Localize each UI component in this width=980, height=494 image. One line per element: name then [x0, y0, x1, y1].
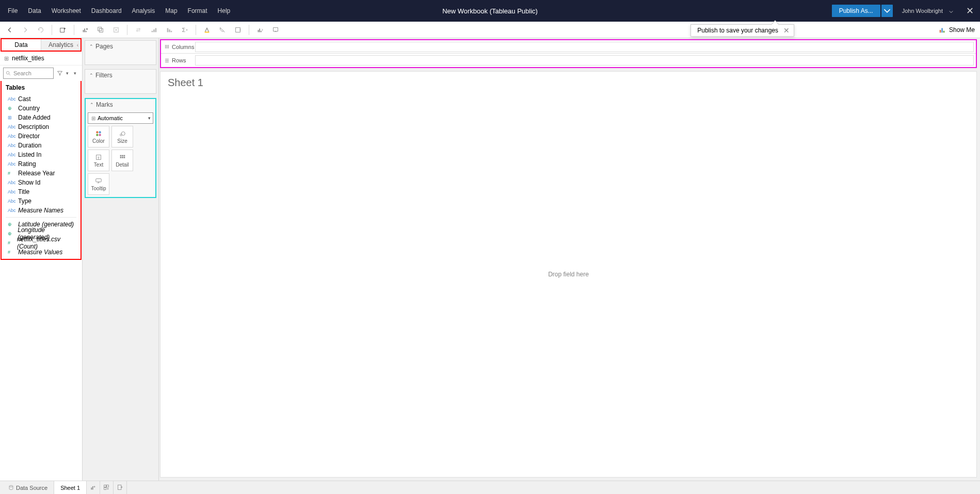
datasource-icon: ⊞: [4, 55, 9, 62]
field-label: Country: [18, 105, 40, 112]
field-cast[interactable]: AbcCast: [2, 94, 81, 104]
svg-rect-17: [259, 28, 260, 32]
svg-rect-3: [86, 30, 87, 32]
tab-data[interactable]: Data: [2, 39, 41, 51]
menu-analysis[interactable]: Analysis: [127, 0, 160, 22]
svg-rect-36: [122, 157, 123, 158]
datasource-item[interactable]: ⊞ netflix_titles: [0, 52, 82, 65]
close-button[interactable]: ✕: [959, 5, 980, 17]
sort-desc-button[interactable]: [163, 23, 176, 37]
show-me-button[interactable]: Show Me: [939, 26, 975, 34]
mark-text-button[interactable]: T Text: [88, 150, 109, 171]
user-menu[interactable]: John Woolbright: [902, 8, 953, 14]
toast-close-button[interactable]: ✕: [783, 26, 790, 35]
svg-rect-0: [60, 28, 65, 32]
rows-drop[interactable]: [195, 55, 974, 65]
show-labels-button[interactable]: [253, 23, 267, 37]
marks-card: ⌃Marks ⊞ Automatic ▾ Color Size T Text: [85, 98, 156, 198]
field-label: Cast: [18, 95, 31, 103]
highlight-button[interactable]: [200, 23, 214, 37]
sort-asc-button[interactable]: [147, 23, 160, 37]
tab-sheet1[interactable]: Sheet 1: [54, 481, 87, 495]
sheet-title[interactable]: Sheet 1: [160, 72, 976, 94]
field-type[interactable]: AbcType: [2, 196, 81, 206]
svg-rect-44: [104, 488, 106, 490]
filter-fields-button[interactable]: [56, 68, 64, 78]
user-name: John Woolbright: [902, 8, 943, 14]
format-button[interactable]: [216, 23, 229, 37]
fit-button[interactable]: [231, 23, 245, 37]
field-label: Director: [18, 133, 40, 140]
pages-card[interactable]: ⌃Pages: [85, 40, 156, 65]
field-country[interactable]: ⊕Country: [2, 104, 81, 113]
field-label: Type: [18, 197, 31, 205]
collapse-icon[interactable]: ‹: [77, 42, 78, 48]
rows-shelf[interactable]: Rows: [161, 54, 976, 67]
new-story-button[interactable]: [114, 481, 127, 495]
svg-rect-32: [120, 155, 122, 156]
field-show-id[interactable]: AbcShow Id: [2, 178, 81, 187]
caret-down-icon: [949, 9, 953, 15]
drop-field-hint: Drop field here: [548, 271, 589, 278]
undo-dropdown[interactable]: [34, 23, 47, 37]
presentation-button[interactable]: [269, 23, 282, 37]
search-input[interactable]: Search: [3, 68, 54, 79]
svg-rect-20: [940, 30, 941, 32]
swap-button[interactable]: [132, 23, 145, 37]
search-placeholder: Search: [13, 70, 31, 76]
mark-size-button[interactable]: Size: [111, 126, 133, 147]
mark-detail-button[interactable]: Detail: [111, 150, 133, 171]
svg-point-25: [99, 131, 101, 133]
new-worksheet-button[interactable]: [87, 481, 100, 495]
tab-analytics[interactable]: Analytics ‹: [41, 39, 81, 51]
field-netflix-titles-csv-count-[interactable]: #netflix_titles.csv (Count): [2, 238, 81, 248]
marks-type-select[interactable]: ⊞ Automatic ▾: [88, 112, 153, 124]
publish-button[interactable]: Publish As...: [832, 5, 880, 17]
svg-rect-11: [169, 29, 170, 32]
field-label: Measure Values: [18, 249, 62, 256]
field-label: Description: [18, 123, 49, 130]
new-data-button[interactable]: [56, 23, 70, 37]
new-worksheet-button[interactable]: [78, 23, 92, 37]
menu-map[interactable]: Map: [160, 0, 182, 22]
columns-shelf[interactable]: Columns: [161, 40, 976, 54]
mark-tooltip-button[interactable]: Tooltip: [88, 173, 109, 195]
field-director[interactable]: AbcDirector: [2, 131, 81, 141]
tables-header: Tables: [2, 81, 81, 94]
sheet-canvas[interactable]: Sheet 1 Drop field here: [160, 71, 977, 477]
field-label: Duration: [18, 142, 41, 149]
forward-button[interactable]: [19, 23, 32, 37]
totals-button[interactable]: Σ: [178, 23, 191, 37]
back-button[interactable]: [3, 23, 17, 37]
view-mode-button[interactable]: ▾: [71, 68, 79, 78]
menu-format[interactable]: Format: [183, 0, 213, 22]
field-description[interactable]: AbcDescription: [2, 122, 81, 131]
field-title[interactable]: AbcTitle: [2, 187, 81, 196]
field-listed-in[interactable]: AbcListed In: [2, 150, 81, 159]
menu-worksheet[interactable]: Worksheet: [46, 0, 86, 22]
svg-rect-18: [261, 30, 262, 32]
field-date-added[interactable]: ⊞Date Added: [2, 113, 81, 122]
fields-list: Tables AbcCast⊕Country⊞Date AddedAbcDesc…: [1, 81, 82, 260]
menu-data[interactable]: Data: [23, 0, 46, 22]
publish-reminder-toast: Publish to save your changes ✕: [690, 24, 794, 37]
duplicate-button[interactable]: [94, 23, 107, 37]
columns-drop[interactable]: [195, 42, 974, 52]
menu-file[interactable]: File: [3, 0, 23, 22]
menu-help[interactable]: Help: [213, 0, 236, 22]
new-dashboard-button[interactable]: [100, 481, 114, 495]
clear-button[interactable]: [109, 23, 123, 37]
field-label: Rating: [18, 160, 36, 168]
tab-datasource[interactable]: Data Source: [0, 481, 54, 495]
field-duration[interactable]: AbcDuration: [2, 141, 81, 150]
svg-rect-14: [205, 31, 210, 32]
field-measure-names[interactable]: AbcMeasure Names: [2, 206, 81, 215]
publish-dropdown[interactable]: [881, 5, 893, 17]
filters-card[interactable]: ⌃Filters: [85, 69, 156, 94]
field-release-year[interactable]: #Release Year: [2, 169, 81, 178]
marks-type-value: Automatic: [98, 115, 123, 121]
mark-color-button[interactable]: Color: [88, 126, 109, 147]
field-rating[interactable]: AbcRating: [2, 159, 81, 169]
color-icon: [95, 130, 102, 137]
menu-dashboard[interactable]: Dashboard: [86, 0, 127, 22]
